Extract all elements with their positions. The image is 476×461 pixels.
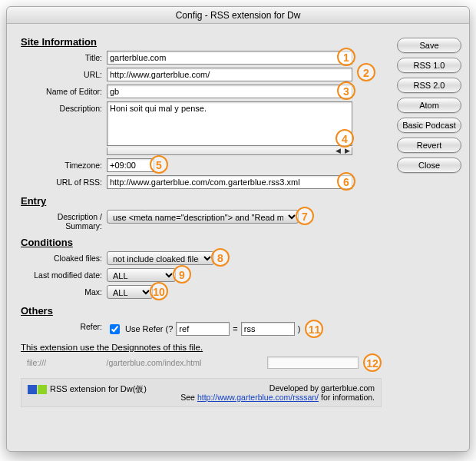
- label-cloaked: Cloaked files:: [21, 251, 107, 263]
- footer-box: RSS extension for Dw(仮) Developed by gar…: [21, 378, 382, 407]
- annotation-12: 12: [363, 353, 382, 372]
- logo-green-icon: [38, 385, 47, 394]
- rss20-button[interactable]: RSS 2.0: [397, 78, 461, 93]
- label-description: Description:: [21, 101, 107, 113]
- designnotes-file-row: file:/// /garterblue.com/index.html 12: [21, 353, 382, 372]
- rss-url-input[interactable]: [107, 175, 352, 189]
- label-editor: Name of Editor:: [21, 85, 107, 96]
- section-others: Others: [21, 305, 382, 317]
- window-content: Site Information Title: 1 URL: 2 Name of…: [7, 24, 469, 451]
- section-site-info: Site Information: [21, 36, 382, 48]
- label-refer: Refer:: [21, 320, 107, 331]
- window-title: Config - RSS extension for Dw: [7, 7, 469, 24]
- annotation-5: 5: [150, 155, 168, 174]
- annotation-11: 11: [305, 320, 323, 338]
- section-conditions: Conditions: [21, 237, 382, 248]
- see-post: for information.: [319, 393, 375, 402]
- file-protocol: file:///: [21, 358, 107, 367]
- max-select[interactable]: ALL: [107, 285, 153, 299]
- refer-val-input[interactable]: [241, 322, 295, 336]
- label-timezone: Timezone:: [21, 158, 107, 170]
- label-lastmod: Last modified date:: [21, 268, 107, 280]
- section-entry: Entry: [21, 195, 382, 207]
- label-rss-url: URL of RSS:: [21, 175, 107, 187]
- see-pre: See: [180, 393, 197, 402]
- product-name: RSS extension for Dw(仮): [50, 384, 147, 393]
- developed-by: Developed by garterblue.com: [180, 383, 375, 393]
- annotation-4: 4: [336, 129, 354, 148]
- label-desc-summary: Description / Summary:: [21, 210, 107, 230]
- file-blank-field[interactable]: [267, 357, 359, 369]
- annotation-1: 1: [337, 48, 355, 66]
- description-textarea[interactable]: Honi soit qui mal y pense.: [107, 101, 352, 146]
- annotation-8: 8: [211, 248, 230, 267]
- lastmod-select[interactable]: ALL: [107, 268, 176, 282]
- annotation-2: 2: [357, 63, 375, 81]
- use-refer-checkbox[interactable]: [110, 324, 120, 334]
- desc-summary-select[interactable]: use <meta name="description"> and "Read …: [107, 210, 299, 224]
- annotation-9: 9: [173, 265, 191, 284]
- footer-left: RSS extension for Dw(仮): [28, 383, 147, 395]
- textarea-scrollbar[interactable]: ◀ ▶: [107, 148, 352, 155]
- annotation-7: 7: [296, 207, 314, 225]
- main-panel: Site Information Title: 1 URL: 2 Name of…: [7, 24, 392, 451]
- rss10-button[interactable]: RSS 1.0: [397, 58, 461, 73]
- label-title: Title:: [21, 51, 107, 62]
- refer-close-paren: ): [298, 324, 301, 333]
- use-refer-label: Use Refer (?: [125, 324, 173, 333]
- file-path: /garterblue.com/index.html: [107, 358, 267, 367]
- annotation-6: 6: [337, 172, 355, 191]
- info-link[interactable]: http://www.garterblue.com/rsssan/: [197, 393, 319, 402]
- cloaked-select[interactable]: not include cloaked files: [107, 251, 214, 265]
- close-button[interactable]: Close: [397, 158, 461, 173]
- podcast-button[interactable]: Basic Podcast: [397, 118, 461, 133]
- atom-button[interactable]: Atom: [397, 98, 461, 113]
- refer-key-input[interactable]: [176, 322, 230, 336]
- save-button[interactable]: Save: [397, 38, 461, 53]
- editor-input[interactable]: [107, 85, 352, 98]
- scroll-left-icon[interactable]: ◀: [336, 147, 341, 154]
- label-url: URL:: [21, 68, 107, 79]
- url-input[interactable]: [107, 68, 352, 81]
- footer-right: Developed by garterblue.com See http://w…: [180, 383, 375, 402]
- label-max: Max:: [21, 285, 107, 297]
- title-input[interactable]: [107, 51, 352, 65]
- sidebar-buttons: Save RSS 1.0 RSS 2.0 Atom Basic Podcast …: [392, 24, 469, 451]
- annotation-3: 3: [337, 81, 355, 100]
- timezone-input[interactable]: [107, 158, 154, 172]
- scroll-right-icon[interactable]: ▶: [345, 147, 350, 154]
- revert-button[interactable]: Revert: [397, 138, 461, 153]
- logo-blue-icon: [28, 385, 37, 394]
- designnotes-heading: This extension use the Designnotes of th…: [21, 343, 382, 352]
- annotation-10: 10: [150, 282, 168, 300]
- refer-equals: =: [233, 324, 237, 333]
- config-window: Config - RSS extension for Dw Site Infor…: [6, 6, 470, 452]
